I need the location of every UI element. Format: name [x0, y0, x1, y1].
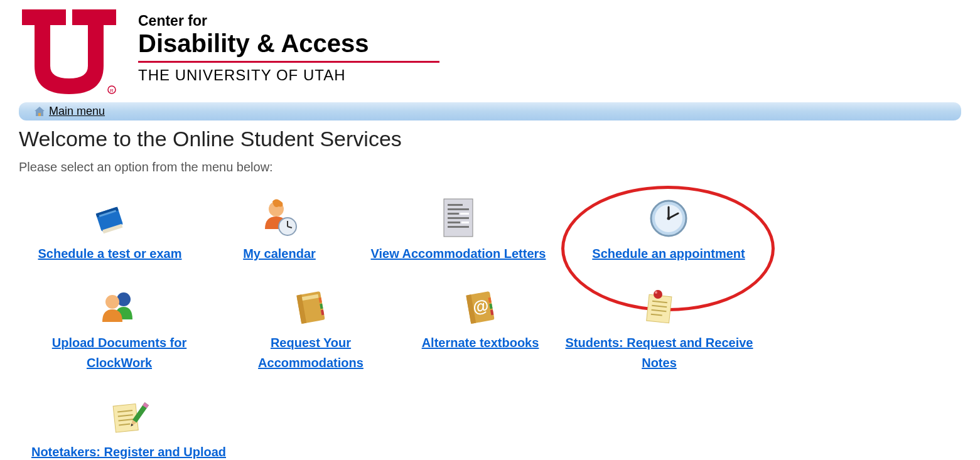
document-icon — [358, 196, 559, 241]
menu-grid: Schedule a test or exam My calendar — [19, 186, 961, 460]
menu-link-students-notes[interactable]: Students: Request and Receive Notes — [559, 333, 760, 373]
person-clock-icon — [201, 196, 358, 241]
notebook-yellow-icon — [220, 285, 402, 330]
menu-link-notetakers[interactable]: Notetakers: Register and Upload Notes — [19, 442, 239, 460]
header-text-block: Center for Disability & Access THE UNIVE… — [138, 6, 439, 84]
page-instruction: Please select an option from the menu be… — [19, 160, 961, 174]
svg-rect-13 — [448, 213, 459, 215]
menu-item-upload-documents: Upload Documents for ClockWork — [19, 285, 220, 373]
people-icon — [19, 285, 220, 330]
svg-rect-11 — [448, 204, 463, 206]
menu-item-students-notes: Students: Request and Receive Notes — [559, 285, 760, 373]
menu-link-view-letters[interactable]: View Accommodation Letters — [371, 243, 546, 264]
menu-link-upload-documents[interactable]: Upload Documents for ClockWork — [19, 333, 220, 373]
header-line3: THE UNIVERSITY OF UTAH — [138, 67, 439, 84]
main-menu-link[interactable]: Main menu — [49, 105, 105, 118]
svg-rect-14 — [460, 213, 469, 215]
menu-link-schedule-appointment[interactable]: Schedule an appointment — [592, 243, 745, 264]
svg-rect-15 — [448, 217, 469, 219]
notebook-at-icon: @ — [402, 285, 559, 330]
svg-rect-38 — [647, 294, 672, 323]
content-area: Welcome to the Online Student Services P… — [0, 120, 980, 460]
menu-link-schedule-test[interactable]: Schedule a test or exam — [38, 243, 182, 264]
menu-item-notetakers: Notetakers: Register and Upload Notes — [19, 394, 239, 460]
svg-point-25 — [105, 295, 119, 309]
svg-text:@: @ — [471, 296, 490, 317]
menu-item-schedule-appointment: Schedule an appointment — [559, 196, 778, 264]
svg-point-43 — [654, 290, 662, 299]
menu-item-request-accommodations: Request Your Accommodations — [220, 285, 402, 373]
university-logo-icon: R — [19, 6, 119, 100]
page-title: Welcome to the Online Student Services — [19, 127, 961, 151]
note-pin-icon — [559, 285, 760, 330]
svg-rect-12 — [448, 208, 469, 210]
menu-item-my-calendar: My calendar — [201, 196, 358, 264]
menu-item-view-letters: View Accommodation Letters — [358, 196, 559, 264]
menu-link-request-accommodations[interactable]: Request Your Accommodations — [220, 333, 402, 373]
home-icon — [34, 107, 45, 117]
note-pencil-icon — [19, 394, 239, 439]
svg-rect-17 — [461, 222, 469, 223]
svg-text:R: R — [110, 88, 114, 94]
svg-rect-16 — [448, 222, 460, 223]
svg-point-23 — [667, 217, 670, 220]
header-divider — [138, 61, 439, 63]
menu-item-schedule-test: Schedule a test or exam — [19, 196, 201, 264]
book-icon — [19, 196, 201, 241]
header-line1: Center for — [138, 13, 439, 29]
svg-rect-18 — [448, 226, 469, 228]
clock-icon — [559, 196, 778, 241]
menu-bar: Main menu — [19, 102, 961, 120]
header-line2: Disability & Access — [138, 29, 439, 57]
page-header: R Center for Disability & Access THE UNI… — [0, 0, 980, 100]
menu-link-alternate-textbooks[interactable]: Alternate textbooks — [422, 333, 539, 353]
menu-link-my-calendar[interactable]: My calendar — [243, 243, 316, 264]
menu-item-alternate-textbooks: @ Alternate textbooks — [402, 285, 559, 373]
svg-point-44 — [655, 291, 657, 294]
